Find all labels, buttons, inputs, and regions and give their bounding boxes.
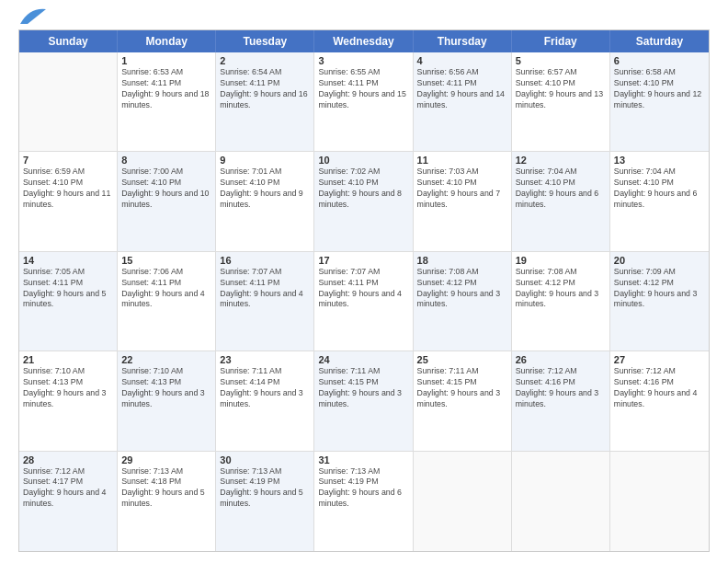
header-day-sunday: Sunday — [19, 30, 118, 52]
cell-info: Sunrise: 7:11 AM Sunset: 4:14 PM Dayligh… — [220, 366, 310, 410]
day-number: 11 — [417, 155, 507, 166]
cell-info: Sunrise: 7:01 AM Sunset: 4:10 PM Dayligh… — [220, 167, 310, 211]
calendar-row-4: 21Sunrise: 7:10 AM Sunset: 4:13 PM Dayli… — [19, 351, 709, 451]
day-number: 7 — [23, 155, 113, 166]
calendar-cell — [610, 452, 709, 551]
calendar-cell: 2Sunrise: 6:54 AM Sunset: 4:11 PM Daylig… — [216, 52, 314, 151]
calendar-cell: 20Sunrise: 7:09 AM Sunset: 4:12 PM Dayli… — [610, 252, 709, 350]
calendar-cell: 8Sunrise: 7:00 AM Sunset: 4:10 PM Daylig… — [118, 152, 216, 250]
calendar-cell: 15Sunrise: 7:06 AM Sunset: 4:11 PM Dayli… — [118, 252, 216, 350]
cell-info: Sunrise: 6:56 AM Sunset: 4:11 PM Dayligh… — [417, 67, 507, 111]
calendar-cell: 18Sunrise: 7:08 AM Sunset: 4:12 PM Dayli… — [414, 252, 512, 350]
day-number: 31 — [318, 454, 408, 465]
day-number: 16 — [220, 255, 310, 266]
calendar-cell: 31Sunrise: 7:13 AM Sunset: 4:19 PM Dayli… — [314, 452, 413, 551]
cell-info: Sunrise: 7:07 AM Sunset: 4:11 PM Dayligh… — [220, 267, 310, 311]
day-number: 3 — [318, 55, 408, 66]
calendar-row-3: 14Sunrise: 7:05 AM Sunset: 4:11 PM Dayli… — [19, 252, 709, 351]
header-day-friday: Friday — [512, 30, 610, 52]
cell-info: Sunrise: 6:57 AM Sunset: 4:10 PM Dayligh… — [516, 67, 606, 111]
day-number: 13 — [614, 155, 705, 166]
day-number: 23 — [220, 354, 310, 365]
calendar-header: SundayMondayTuesdayWednesdayThursdayFrid… — [19, 30, 709, 52]
logo — [18, 15, 46, 24]
cell-info: Sunrise: 7:02 AM Sunset: 4:10 PM Dayligh… — [318, 167, 408, 211]
day-number: 10 — [318, 155, 408, 166]
day-number: 15 — [121, 255, 211, 266]
header-day-saturday: Saturday — [610, 30, 709, 52]
cell-info: Sunrise: 7:13 AM Sunset: 4:19 PM Dayligh… — [318, 466, 408, 511]
header-day-tuesday: Tuesday — [216, 30, 314, 52]
cell-info: Sunrise: 7:04 AM Sunset: 4:10 PM Dayligh… — [614, 167, 705, 211]
day-number: 19 — [516, 255, 606, 266]
cell-info: Sunrise: 7:07 AM Sunset: 4:11 PM Dayligh… — [318, 267, 408, 311]
calendar-cell: 28Sunrise: 7:12 AM Sunset: 4:17 PM Dayli… — [19, 452, 118, 551]
cell-info: Sunrise: 7:00 AM Sunset: 4:10 PM Dayligh… — [121, 167, 211, 211]
calendar-cell: 24Sunrise: 7:11 AM Sunset: 4:15 PM Dayli… — [314, 351, 413, 450]
day-number: 25 — [417, 354, 507, 365]
cell-info: Sunrise: 6:59 AM Sunset: 4:10 PM Dayligh… — [23, 167, 113, 211]
cell-info: Sunrise: 7:12 AM Sunset: 4:16 PM Dayligh… — [516, 366, 606, 410]
page: SundayMondayTuesdayWednesdayThursdayFrid… — [0, 0, 728, 563]
cell-info: Sunrise: 7:09 AM Sunset: 4:12 PM Dayligh… — [614, 267, 705, 311]
cell-info: Sunrise: 7:04 AM Sunset: 4:10 PM Dayligh… — [516, 167, 606, 211]
day-number: 1 — [121, 55, 211, 66]
calendar-cell — [19, 52, 118, 151]
calendar-cell: 9Sunrise: 7:01 AM Sunset: 4:10 PM Daylig… — [216, 152, 314, 250]
header-day-wednesday: Wednesday — [314, 30, 413, 52]
calendar-cell: 4Sunrise: 6:56 AM Sunset: 4:11 PM Daylig… — [414, 52, 512, 151]
cell-info: Sunrise: 6:54 AM Sunset: 4:11 PM Dayligh… — [220, 67, 310, 111]
calendar-cell — [414, 452, 512, 551]
day-number: 2 — [220, 55, 310, 66]
header-day-thursday: Thursday — [414, 30, 512, 52]
calendar-row-1: 1Sunrise: 6:53 AM Sunset: 4:11 PM Daylig… — [19, 52, 709, 152]
calendar-cell: 17Sunrise: 7:07 AM Sunset: 4:11 PM Dayli… — [314, 252, 413, 350]
day-number: 4 — [417, 55, 507, 66]
day-number: 24 — [318, 354, 408, 365]
calendar-cell: 16Sunrise: 7:07 AM Sunset: 4:11 PM Dayli… — [216, 252, 314, 350]
calendar-cell: 13Sunrise: 7:04 AM Sunset: 4:10 PM Dayli… — [610, 152, 709, 250]
calendar-cell: 27Sunrise: 7:12 AM Sunset: 4:16 PM Dayli… — [610, 351, 709, 450]
cell-info: Sunrise: 6:58 AM Sunset: 4:10 PM Dayligh… — [614, 67, 705, 111]
calendar-cell: 14Sunrise: 7:05 AM Sunset: 4:11 PM Dayli… — [19, 252, 118, 350]
calendar-row-5: 28Sunrise: 7:12 AM Sunset: 4:17 PM Dayli… — [19, 452, 709, 551]
day-number: 14 — [23, 255, 113, 266]
day-number: 20 — [614, 255, 705, 266]
header-day-monday: Monday — [118, 30, 216, 52]
calendar: SundayMondayTuesdayWednesdayThursdayFrid… — [18, 29, 710, 552]
day-number: 27 — [614, 354, 705, 365]
cell-info: Sunrise: 7:13 AM Sunset: 4:19 PM Dayligh… — [220, 466, 310, 511]
day-number: 22 — [121, 354, 211, 365]
calendar-body: 1Sunrise: 6:53 AM Sunset: 4:11 PM Daylig… — [19, 52, 709, 551]
cell-info: Sunrise: 7:05 AM Sunset: 4:11 PM Dayligh… — [23, 267, 113, 311]
calendar-cell — [512, 452, 610, 551]
cell-info: Sunrise: 7:10 AM Sunset: 4:13 PM Dayligh… — [121, 366, 211, 410]
cell-info: Sunrise: 7:03 AM Sunset: 4:10 PM Dayligh… — [417, 167, 507, 211]
calendar-cell: 6Sunrise: 6:58 AM Sunset: 4:10 PM Daylig… — [610, 52, 709, 151]
cell-info: Sunrise: 7:13 AM Sunset: 4:18 PM Dayligh… — [121, 466, 211, 511]
calendar-cell: 29Sunrise: 7:13 AM Sunset: 4:18 PM Dayli… — [118, 452, 216, 551]
calendar-cell: 22Sunrise: 7:10 AM Sunset: 4:13 PM Dayli… — [118, 351, 216, 450]
day-number: 12 — [516, 155, 606, 166]
day-number: 5 — [516, 55, 606, 66]
day-number: 21 — [23, 354, 113, 365]
calendar-cell: 1Sunrise: 6:53 AM Sunset: 4:11 PM Daylig… — [118, 52, 216, 151]
logo-wing-icon — [20, 7, 46, 24]
calendar-row-2: 7Sunrise: 6:59 AM Sunset: 4:10 PM Daylig… — [19, 152, 709, 251]
calendar-cell: 23Sunrise: 7:11 AM Sunset: 4:14 PM Dayli… — [216, 351, 314, 450]
cell-info: Sunrise: 7:10 AM Sunset: 4:13 PM Dayligh… — [23, 366, 113, 410]
calendar-cell: 21Sunrise: 7:10 AM Sunset: 4:13 PM Dayli… — [19, 351, 118, 450]
day-number: 17 — [318, 255, 408, 266]
calendar-cell: 12Sunrise: 7:04 AM Sunset: 4:10 PM Dayli… — [512, 152, 610, 250]
cell-info: Sunrise: 6:55 AM Sunset: 4:11 PM Dayligh… — [318, 67, 408, 111]
calendar-cell: 11Sunrise: 7:03 AM Sunset: 4:10 PM Dayli… — [414, 152, 512, 250]
cell-info: Sunrise: 7:11 AM Sunset: 4:15 PM Dayligh… — [318, 366, 408, 410]
calendar-cell: 10Sunrise: 7:02 AM Sunset: 4:10 PM Dayli… — [314, 152, 413, 250]
cell-info: Sunrise: 7:08 AM Sunset: 4:12 PM Dayligh… — [417, 267, 507, 311]
calendar-cell: 19Sunrise: 7:08 AM Sunset: 4:12 PM Dayli… — [512, 252, 610, 350]
calendar-cell: 25Sunrise: 7:11 AM Sunset: 4:15 PM Dayli… — [414, 351, 512, 450]
cell-info: Sunrise: 7:06 AM Sunset: 4:11 PM Dayligh… — [121, 267, 211, 311]
cell-info: Sunrise: 7:12 AM Sunset: 4:16 PM Dayligh… — [614, 366, 705, 410]
calendar-cell: 5Sunrise: 6:57 AM Sunset: 4:10 PM Daylig… — [512, 52, 610, 151]
day-number: 30 — [220, 454, 310, 465]
